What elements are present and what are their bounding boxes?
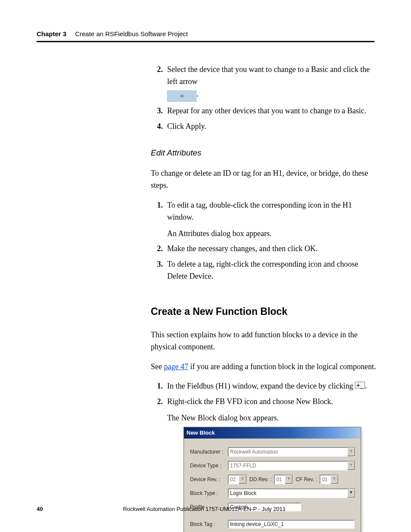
label-block-type: Block Type :: [190, 489, 228, 498]
step-number: 4.: [151, 121, 167, 133]
label-device-type: Device Type :: [190, 462, 228, 470]
label-device-rev: Device Rev. :: [190, 476, 228, 484]
step-text: Make the necessary changes, and then cli…: [167, 243, 377, 255]
step-number: 1.: [151, 380, 167, 392]
see-also: See page 47 if you are adding a function…: [151, 361, 377, 373]
step-a3: 3. Repeat for any other devices that you…: [151, 105, 377, 117]
step-text-end: .: [365, 382, 367, 390]
see-text-after: if you are adding a function block in th…: [188, 362, 376, 371]
chevron-down-icon[interactable]: ▼: [239, 475, 246, 484]
step-number: 1.: [151, 199, 167, 240]
chevron-down-icon[interactable]: ▼: [347, 489, 355, 498]
step-text: In the Fieldbus (H1) window, expand the …: [167, 382, 355, 390]
chapter-title: Create an RSFieldbus Software Project: [75, 30, 188, 37]
create-step-1: 1. In the Fieldbus (H1) window, expand t…: [151, 380, 377, 392]
chevron-down-icon[interactable]: ▼: [347, 461, 355, 470]
manufacturer-select[interactable]: Rockwell Automation ▼: [228, 447, 355, 457]
left-arrow-button[interactable]: ‹‹: [167, 90, 196, 102]
dd-rev-select[interactable]: 01 ▼: [274, 475, 293, 484]
edit-step-2: 2. Make the necessary changes, and then …: [151, 243, 377, 255]
step-number: 2.: [151, 64, 167, 102]
step-number: 2.: [151, 243, 167, 255]
label-block-tag: Block Tag :: [190, 520, 228, 529]
see-text: See: [151, 362, 164, 371]
block-type-select[interactable]: Logix Block ▼: [228, 488, 355, 498]
select-value: Rockwell Automation: [228, 448, 347, 456]
step-a2: 2. Select the device that you want to ch…: [151, 64, 377, 102]
device-rev-select[interactable]: 02 ▼: [228, 475, 247, 484]
dialog-title: New Block: [184, 427, 361, 439]
edit-step-1: 1. To edit a tag, double-click the corre…: [151, 199, 377, 240]
edit-step-3: 3. To delete a tag, right-click the corr…: [151, 258, 377, 283]
page-footer: 40 Rockwell Automation Publication 1757-…: [37, 506, 374, 512]
period: .: [196, 90, 199, 98]
select-value: 01: [320, 476, 330, 484]
subheading-edit-attributes: Edit Attributes: [151, 146, 377, 159]
heading-create-block: Create a New Function Block: [151, 304, 377, 320]
select-value: Logix Block: [228, 489, 347, 498]
step-text: Repeat for any other devices that you wa…: [167, 105, 377, 117]
new-block-dialog: New Block Manufacturer : Rockwell Automa…: [184, 427, 361, 532]
label-dd-rev: DD Rev. :: [249, 476, 271, 484]
edit-attr-intro: To change or delete an ID or tag for an …: [151, 168, 377, 192]
publication-info: Rockwell Automation Publication 1757-UM0…: [43, 506, 366, 512]
step-number: 3.: [151, 258, 167, 283]
step-text: Right-click the FB VFD icon and choose N…: [167, 396, 377, 408]
step-a4: 4. Click Apply.: [151, 121, 377, 133]
step-text: Select the device that you want to chang…: [167, 65, 370, 86]
label-cf-rev: CF Rev. :: [296, 476, 317, 484]
select-value: 01: [274, 476, 285, 484]
create-block-intro: This section explains how to add functio…: [151, 329, 377, 353]
page-number: 40: [37, 506, 43, 512]
block-tag-input[interactable]: linking device_LGXC_1: [228, 520, 355, 529]
step-subtext: An Attributes dialog box appears.: [167, 228, 377, 240]
step-text: Click Apply.: [167, 121, 377, 133]
step-number: 3.: [151, 105, 167, 117]
chevron-down-icon[interactable]: ▼: [285, 475, 293, 484]
step-text: To edit a tag, double-click the correspo…: [167, 199, 377, 224]
page-link[interactable]: page 47: [164, 362, 188, 371]
page-header: Chapter 3 Create an RSFieldbus Software …: [37, 30, 374, 41]
label-manufacturer: Manufacturer :: [190, 448, 228, 456]
chevron-down-icon[interactable]: ▼: [330, 475, 338, 484]
header-rule: [37, 41, 374, 42]
step-text: To delete a tag, right-click the corresp…: [167, 258, 377, 283]
select-value: 02: [228, 476, 239, 484]
cf-rev-select[interactable]: 01 ▼: [320, 475, 339, 484]
select-value: 1757-FFLD: [228, 462, 347, 470]
step-subtext: The New Block dialog box appears.: [167, 412, 377, 424]
chapter-label: Chapter 3: [37, 30, 66, 37]
expand-icon[interactable]: +̲: [355, 382, 365, 389]
device-type-select[interactable]: 1757-FFLD ▼: [228, 461, 355, 470]
chevron-down-icon[interactable]: ▼: [347, 448, 355, 456]
